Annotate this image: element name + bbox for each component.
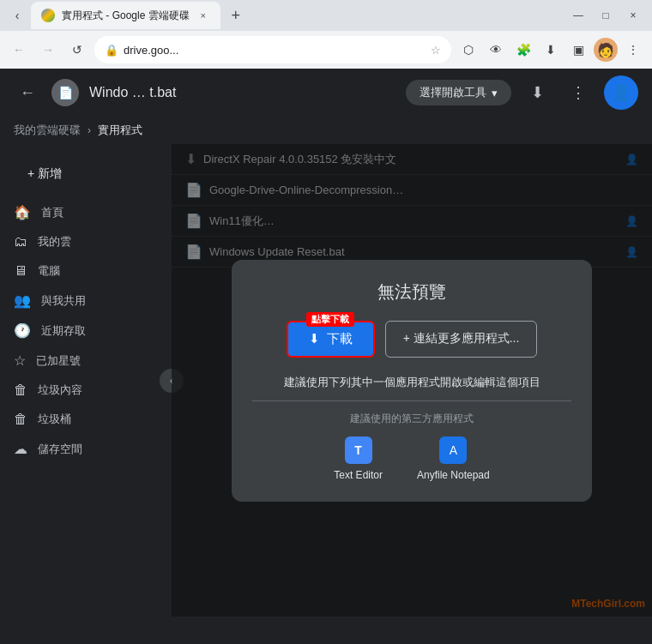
active-tab[interactable]: 實用程式 - Google 雲端硬碟 × — [31, 2, 220, 29]
add-person-button[interactable]: 👤 — [604, 75, 638, 110]
starred-icon: ☆ — [14, 352, 26, 369]
open-tool-button[interactable]: 選擇開啟工具 ▾ — [406, 80, 511, 105]
suggestion-text: 建議使用下列其中一個應用程式開啟或編輯這個項目 — [252, 375, 571, 390]
text-editor-label: Text Editor — [334, 469, 383, 481]
download-badge: 點擊下載 — [306, 312, 354, 327]
open-tool-label: 選擇開啟工具 — [420, 85, 486, 100]
shared-icon: 👥 — [14, 292, 31, 309]
modal-apps: T Text Editor A Anyfile Notepad — [252, 436, 571, 481]
modal-buttons: 點擊下載 ⬇ 下載 + 連結更多應用程式... — [252, 321, 571, 358]
page-content: ← 📄 Windo … t.bat 選擇開啟工具 ▾ ⬇ ⋮ 👤 我的雲端硬碟 … — [0, 69, 652, 644]
sidebar-item-home[interactable]: 🏠 首頁 — [0, 197, 165, 227]
new-item-label: + 新增 — [27, 166, 62, 182]
address-text: drive.goo... — [124, 44, 426, 57]
sidebar-item-trash-label: 垃圾桶 — [38, 412, 71, 427]
download-header-button[interactable]: ⬇ — [522, 77, 552, 108]
bookmark-icon[interactable]: ☆ — [431, 44, 441, 57]
anyfile-notepad-label: Anyfile Notepad — [417, 469, 490, 481]
modal-divider — [252, 400, 571, 401]
profile-avatar[interactable]: 🧑 — [594, 38, 618, 62]
sidebar-item-starred-label: 已加星號 — [36, 353, 81, 369]
sidebar-item-computers-label: 電腦 — [38, 263, 60, 279]
tab-favicon — [41, 9, 55, 22]
storage-icon: ☁ — [14, 441, 27, 457]
sidebar-item-recent-label: 近期存取 — [41, 323, 86, 339]
file-name-label: Windo … t.bat — [89, 85, 395, 100]
anyfile-notepad-icon: A — [439, 436, 467, 464]
app-text-editor[interactable]: T Text Editor — [334, 436, 383, 481]
minimize-button[interactable]: — — [566, 7, 590, 24]
cast-icon[interactable]: ⬡ — [456, 38, 480, 62]
close-button[interactable]: × — [621, 7, 645, 24]
back-nav-button[interactable]: ← — [7, 38, 31, 62]
app-anyfile-notepad[interactable]: A Anyfile Notepad — [417, 436, 490, 481]
my-drive-icon: 🗂 — [14, 234, 27, 250]
download-button-label: 下載 — [327, 331, 353, 347]
tab-back-button[interactable]: ‹ — [7, 5, 27, 26]
address-input-wrap: 🔒 drive.goo... ☆ — [94, 36, 451, 63]
reload-button[interactable]: ↺ — [65, 38, 89, 62]
sidebar-item-starred[interactable]: ☆ 已加星號 — [0, 346, 165, 376]
modal-overlay: 無法預覽 點擊下載 ⬇ 下載 + 連結更多應用程式... 建議使用下列其 — [172, 144, 652, 617]
main-layout: ‹ + 新增 🏠 首頁 🗂 我的雲 🖥 電腦 👥 — [0, 144, 652, 617]
drive-back-button[interactable]: ← — [14, 79, 41, 106]
file-type-icon: 📄 — [51, 79, 79, 106]
sidebar-item-storage-label: 儲存空間 — [38, 442, 82, 457]
tab-bar-right: — □ × — [566, 7, 645, 24]
sidebar-item-trash[interactable]: 🗑 垃圾桶 — [0, 405, 165, 434]
sidebar-item-shared-label: 與我共用 — [41, 293, 86, 309]
sidebar: ‹ + 新增 🏠 首頁 🗂 我的雲 🖥 電腦 👥 — [0, 144, 172, 617]
more-options-button[interactable]: ⋮ — [563, 77, 594, 108]
sidebar-item-computers[interactable]: 🖥 電腦 — [0, 256, 165, 286]
computers-icon: 🖥 — [14, 263, 27, 279]
tab-title: 實用程式 - Google 雲端硬碟 — [62, 9, 190, 23]
home-icon: 🏠 — [14, 204, 31, 220]
trash-icon: 🗑 — [14, 412, 27, 427]
forward-nav-button[interactable]: → — [36, 38, 60, 62]
preview-modal: 無法預覽 點擊下載 ⬇ 下載 + 連結更多應用程式... 建議使用下列其 — [232, 260, 592, 502]
download-button[interactable]: 點擊下載 ⬇ 下載 — [287, 321, 375, 358]
tab-bar: ‹ 實用程式 - Google 雲端硬碟 × + — □ × — [0, 0, 652, 31]
breadcrumb-arrow-icon: › — [88, 124, 91, 136]
spam-icon: 🗑 — [14, 382, 27, 398]
text-editor-icon: T — [345, 436, 372, 464]
recent-icon: 🕐 — [14, 322, 31, 339]
sidebar-item-spam-label: 垃圾內容 — [38, 382, 82, 398]
tab-bar-left: ‹ 實用程式 - Google 雲端硬碟 × + — [7, 2, 248, 29]
secure-icon: 🔒 — [105, 44, 118, 57]
third-party-label: 建議使用的第三方應用程式 — [252, 412, 571, 426]
breadcrumb-my-drive[interactable]: 我的雲端硬碟 — [14, 123, 81, 138]
breadcrumb: 我的雲端硬碟 › 實用程式 — [0, 117, 652, 144]
toolbar-icons: ⬡ 👁 🧩 ⬇ ▣ 🧑 ⋮ — [456, 38, 645, 62]
add-person-icon: 👤 — [612, 83, 631, 102]
address-bar: ← → ↺ 🔒 drive.goo... ☆ ⬡ 👁 🧩 ⬇ ▣ 🧑 ⋮ — [0, 31, 652, 69]
download-button-icon: ⬇ — [309, 331, 320, 346]
download-toolbar-icon[interactable]: ⬇ — [539, 38, 563, 62]
new-tab-button[interactable]: + — [224, 3, 248, 27]
eye-icon[interactable]: 👁 — [484, 38, 508, 62]
sidebar-item-recent[interactable]: 🕐 近期存取 — [0, 316, 165, 346]
sidebar-toggle-icon[interactable]: ▣ — [566, 38, 590, 62]
breadcrumb-current: 實用程式 — [98, 123, 142, 138]
menu-icon[interactable]: ⋮ — [621, 38, 645, 62]
drive-header: ← 📄 Windo … t.bat 選擇開啟工具 ▾ ⬇ ⋮ 👤 — [0, 69, 652, 117]
connect-more-apps-label: + 連結更多應用程式... — [403, 331, 520, 346]
new-item-button[interactable]: + 新增 — [14, 158, 158, 190]
sidebar-item-my-drive[interactable]: 🗂 我的雲 — [0, 227, 165, 256]
sidebar-item-home-label: 首頁 — [41, 205, 63, 220]
content-area: ⬇ DirectX Repair 4.0.0.35152 免安裝中文 👤 📄 G… — [172, 144, 652, 617]
sidebar-item-spam[interactable]: 🗑 垃圾內容 — [0, 376, 165, 405]
maximize-button[interactable]: □ — [594, 7, 618, 24]
tab-close-button[interactable]: × — [196, 9, 210, 22]
extensions-icon[interactable]: 🧩 — [511, 38, 535, 62]
sidebar-item-shared[interactable]: 👥 與我共用 — [0, 286, 165, 316]
sidebar-item-my-drive-label: 我的雲 — [38, 234, 71, 250]
browser-frame: ‹ 實用程式 - Google 雲端硬碟 × + — □ × ← → ↺ 🔒 d… — [0, 0, 652, 644]
connect-more-apps-button[interactable]: + 連結更多應用程式... — [385, 321, 538, 358]
sidebar-item-storage[interactable]: ☁ 儲存空間 — [0, 434, 165, 464]
open-tool-arrow-icon: ▾ — [492, 87, 498, 99]
modal-title: 無法預覽 — [252, 280, 571, 304]
